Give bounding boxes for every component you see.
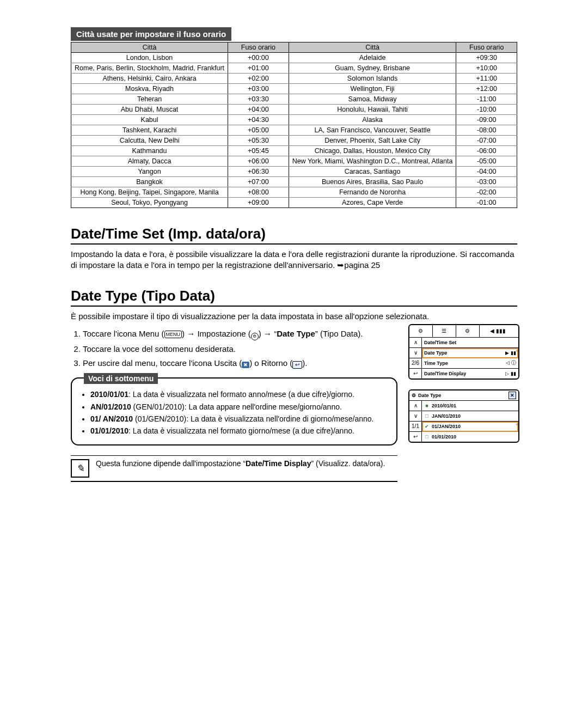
submenu-item: 2010/01/01: La data è visualizzata nel f… [90,389,388,399]
table-cell: Almaty, Dacca [71,156,228,167]
table-cell: Azores, Cape Verde [289,198,456,208]
ui2-row-0[interactable]: ■2010/01/01 [422,401,518,411]
table-row: Bangkok+07:00Buenos Aires, Brasilia, Sao… [71,177,517,187]
table-cell: Seoul, Tokyo, Pyongyang [71,198,228,208]
return-icon: ↩ [292,361,302,369]
step-3: Per uscire dal menu, toccare l'icona Usc… [83,358,397,369]
ui1-row-2[interactable]: Time Type◁ ⓘ [422,358,518,369]
para-datetime: Impostando la data e l'ora, è possibile … [71,249,517,270]
ui1-down-button[interactable]: ∨ [409,348,421,358]
ui-panel-date-type: ⚙ Date Type ✕ ∧ ∨ 1/1 ↩ ■2010/01/01□JAN/… [408,389,519,443]
note-icon: ✎ [71,459,89,478]
table-cell: Bangkok [71,177,228,187]
table-cell: Rome, Paris, Berlin, Stockholm, Madrid, … [71,63,228,74]
table-cell: Fernando de Noronha [289,187,456,198]
table-cell: -03:00 [456,177,517,187]
step-1: Toccare l'icona Menu (MENU) → Impostazio… [83,328,397,340]
ui1-row-tail: ◁ ⓘ [506,359,516,367]
table-cell: Hong Kong, Beijing, Taipei, Singapore, M… [71,187,228,198]
table-row: Athens, Helsinki, Cairo, Ankara+02:00Sol… [71,74,517,84]
table-row: Calcutta, New Delhi+05:30Denver, Phoenix… [71,136,517,146]
table-cell: -05:00 [456,156,517,167]
note-text: Questa funzione dipende dall'impostazion… [96,459,385,468]
ui2-up-button[interactable]: ∧ [409,401,421,411]
table-cell: Adelaide [289,53,456,63]
ui2-row-2[interactable]: ✔01/JAN/2010☜ [422,422,518,432]
submenu-item: 01/01/2010: La data è visualizzata nel f… [90,426,388,436]
table-row: Seoul, Tokyo, Pyongyang+09:00Azores, Cap… [71,198,517,208]
submenu-box: Voci di sottomenu 2010/01/01: La data è … [71,377,397,445]
ui2-row-1[interactable]: □JAN/01/2010 [422,411,518,422]
th-off-1: Fuso orario [228,42,289,53]
table-cell: LA, San Francisco, Vancouver, Seattle [289,125,456,136]
table-cell: -01:00 [456,198,517,208]
ui2-row-label: 01/01/2010 [432,434,456,439]
ui1-up-button[interactable]: ∧ [409,338,421,348]
table-cell: +03:30 [228,94,289,105]
table-cell: Honolulu, Hawaii, Tahiti [289,105,456,115]
table-cell: Wellington, Fiji [289,84,456,94]
note-row: ✎ Questa funzione dipende dall'impostazi… [71,455,397,482]
ui1-row-label: Date Type [424,350,447,356]
table-row: Almaty, Dacca+06:00New York, Miami, Wash… [71,156,517,167]
table-cell: -06:00 [456,146,517,156]
table-cell: +02:00 [228,74,289,84]
ui1-top-list-icon[interactable]: ☰ [433,325,456,337]
ui2-row-label: 01/JAN/2010 [432,424,461,429]
table-cell: Alaska [289,115,456,125]
table-row: Kabul+04:30Alaska-09:00 [71,115,517,125]
th-city-1: Città [71,42,228,53]
table-cell: -08:00 [456,125,517,136]
table-row: London, Lisbon+00:00Adelaide+09:30 [71,53,517,63]
table-cell: Yangon [71,167,228,177]
heading-date-type: Date Type (Tipo Data) [71,288,517,307]
table-cell: Tashkent, Karachi [71,125,228,136]
table-cell: +05:00 [228,125,289,136]
steps-list: Toccare l'icona Menu (MENU) → Impostazio… [71,328,397,369]
ui2-close-button[interactable]: ✕ [509,392,516,399]
table-cell: London, Lisbon [71,53,228,63]
ui2-row-icon: □ [424,434,430,439]
table-cell: Guam, Sydney, Brisbane [289,63,456,74]
table-cell: Kathmandu [71,146,228,156]
ui2-row-icon: ✔ [424,424,430,429]
ui2-row-3[interactable]: □01/01/2010 [422,432,518,442]
step-2: Toccare la voce del sottomenu desiderata… [83,344,397,355]
table-cell: -02:00 [456,187,517,198]
ui1-row-3[interactable]: Date/Time Display▷ ▮▮ [422,369,518,379]
ui2-row-label: JAN/01/2010 [432,413,461,419]
table-row: Moskva, Riyadh+03:00Wellington, Fiji+12:… [71,84,517,94]
submenu-item: 01/ AN/2010 (01/GEN/2010): La data è vis… [90,414,388,424]
table-cell: +05:45 [228,146,289,156]
ui1-top-gear2-icon[interactable]: ⚙ [456,325,480,337]
ui1-back-button[interactable]: ↩ [409,369,421,379]
submenu-item: AN/01/2010 (GEN/01/2010): La data appare… [90,402,388,412]
table-cell: +10:00 [456,63,517,74]
table-row: Hong Kong, Beijing, Taipei, Singapore, M… [71,187,517,198]
ui2-row-icon: □ [424,413,430,419]
ui1-row-label: Date/Time Set [424,340,456,345]
table-row: Tashkent, Karachi+05:00LA, San Francisco… [71,125,517,136]
table-cell: +09:30 [456,53,517,63]
ui1-row-tail: ▷ ▮▮ [505,371,516,376]
menu-icon: MENU [164,331,182,338]
table-cell: +12:00 [456,84,517,94]
ui1-top-gear-icon[interactable]: ⚙ [409,325,433,337]
ui2-down-button[interactable]: ∨ [409,411,421,422]
table-cell: +08:00 [228,187,289,198]
exit-icon: ✖ [242,362,249,368]
table-cell: -07:00 [456,136,517,146]
ui2-back-button[interactable]: ↩ [409,432,421,442]
ui1-row-1[interactable]: Date Type▶ ▮▮☜ [422,348,518,358]
heading-datetime-set: Date/Time Set (Imp. data/ora) [71,225,517,245]
submenu-title: Voci di sottomenu [84,373,158,384]
table-row: Abu Dhabi, Muscat+04:00Honolulu, Hawaii,… [71,105,517,115]
ui1-row-0[interactable]: Date/Time Set [422,338,518,348]
table-cell: -10:00 [456,105,517,115]
table-cell: +06:00 [228,156,289,167]
table-cell: Abu Dhabi, Muscat [71,105,228,115]
table-cell: -11:00 [456,94,517,105]
table-cell: Samoa, Midway [289,94,456,105]
table-cell: Buenos Aires, Brasilia, Sao Paulo [289,177,456,187]
page: Città usate per impostare il fuso orario… [71,27,517,482]
